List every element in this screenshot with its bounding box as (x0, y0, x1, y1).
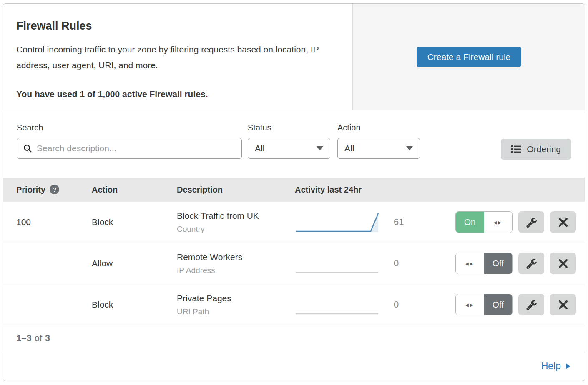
search-input[interactable] (37, 143, 236, 153)
edit-rule-button[interactable] (518, 294, 544, 315)
usage-summary: You have used 1 of 1,000 active Firewall… (16, 89, 339, 99)
priority-help-icon[interactable]: ? (50, 185, 59, 194)
edit-rule-button[interactable] (518, 211, 544, 233)
toggle-state-label: Off (484, 253, 513, 274)
search-label: Search (17, 123, 242, 132)
activity-sparkline (295, 293, 384, 316)
delete-rule-button[interactable] (550, 211, 576, 233)
edit-rule-button[interactable] (518, 252, 544, 274)
table-row: Allow Remote Workers IP Address 0 Off ◂▸ (3, 243, 585, 284)
rule-description: Remote Workers (177, 252, 295, 262)
table-row: 100 Block Block Traffic from UK Country … (3, 202, 585, 243)
column-header-priority: Priority? (16, 185, 92, 195)
column-header-description: Description (177, 185, 295, 195)
page-title: Firewall Rules (16, 20, 339, 32)
header-action-panel: Create a Firewall rule (352, 4, 585, 110)
toggle-handle-icon: ◂▸ (456, 253, 484, 274)
rule-description: Block Traffic from UK (177, 211, 295, 221)
activity-sparkline (295, 252, 384, 275)
search-filter: Search (17, 123, 242, 159)
filter-bar: Search Status All Action All (3, 110, 585, 178)
toggle-state-label: On (456, 212, 484, 232)
arrow-right-icon (565, 363, 570, 370)
wrench-icon (526, 299, 537, 310)
rule-description-cell: Private Pages URI Path (177, 293, 295, 316)
rule-controls: On ◂▸ (455, 211, 576, 233)
activity-count: 61 (384, 217, 455, 228)
help-link[interactable]: Help (541, 360, 570, 372)
rule-controls: Off ◂▸ (455, 252, 576, 274)
status-select[interactable]: All (248, 138, 330, 159)
table-row: Block Private Pages URI Path 0 Off ◂▸ (3, 284, 585, 325)
rule-enable-toggle[interactable]: On ◂▸ (455, 211, 513, 233)
help-link-label: Help (541, 360, 561, 372)
rule-match-type: Country (177, 225, 295, 234)
pagination-total: 3 (45, 333, 50, 344)
wrench-icon (526, 258, 537, 269)
delete-rule-button[interactable] (550, 252, 576, 274)
rule-description-cell: Remote Workers IP Address (177, 252, 295, 275)
activity-sparkline (295, 210, 384, 234)
page-description: Control incoming traffic to your zone by… (16, 42, 337, 73)
rule-priority: 100 (16, 217, 92, 227)
pagination-bar: 1–3 of 3 (3, 325, 585, 351)
rule-enable-toggle[interactable]: Off ◂▸ (455, 294, 513, 315)
column-header-activity: Activity last 24hr (295, 185, 384, 195)
firewall-rules-panel: Firewall Rules Control incoming traffic … (3, 3, 585, 381)
rule-match-type: URI Path (177, 307, 295, 316)
pagination-range: 1–3 (16, 333, 32, 344)
status-label: Status (248, 123, 330, 132)
search-icon (23, 144, 33, 153)
header-section: Firewall Rules Control incoming traffic … (3, 4, 585, 110)
rule-action: Block (92, 217, 177, 227)
chevron-down-icon (406, 146, 413, 150)
close-icon (558, 217, 568, 228)
rule-enable-toggle[interactable]: Off ◂▸ (455, 252, 513, 274)
toggle-state-label: Off (484, 294, 513, 315)
column-header-action: Action (92, 185, 177, 195)
delete-rule-button[interactable] (550, 294, 576, 315)
rule-controls: Off ◂▸ (455, 294, 576, 315)
activity-count: 0 (384, 299, 455, 310)
list-icon (511, 145, 521, 154)
action-label: Action (337, 123, 420, 132)
rule-description: Private Pages (177, 293, 295, 303)
action-select[interactable]: All (337, 138, 420, 159)
rule-action: Block (92, 300, 177, 310)
wrench-icon (526, 217, 537, 228)
rule-description-cell: Block Traffic from UK Country (177, 211, 295, 234)
activity-count: 0 (384, 258, 455, 269)
search-input-wrapper (17, 138, 242, 159)
table-header: Priority? Action Description Activity la… (3, 178, 585, 202)
pagination-of-label: of (35, 333, 42, 344)
status-filter: Status All (248, 123, 330, 159)
help-bar: Help (3, 351, 585, 381)
toggle-handle-icon: ◂▸ (484, 212, 513, 232)
close-icon (558, 258, 568, 269)
action-filter: Action All (337, 123, 420, 159)
ordering-button[interactable]: Ordering (501, 139, 571, 160)
header-text-block: Firewall Rules Control incoming traffic … (3, 4, 352, 110)
rule-action: Allow (92, 258, 177, 268)
action-select-value: All (344, 143, 354, 153)
toggle-handle-icon: ◂▸ (456, 294, 484, 315)
rule-match-type: IP Address (177, 266, 295, 275)
priority-header-label: Priority (16, 185, 45, 194)
close-icon (558, 300, 568, 310)
status-select-value: All (255, 143, 264, 153)
chevron-down-icon (317, 146, 323, 150)
ordering-button-label: Ordering (527, 144, 561, 154)
create-firewall-rule-button[interactable]: Create a Firewall rule (417, 47, 522, 67)
